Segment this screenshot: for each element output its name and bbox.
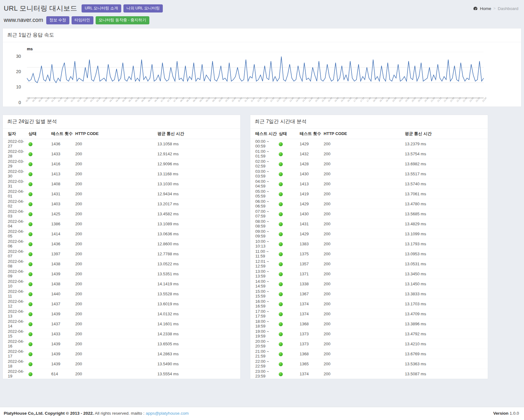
table-row: 2022-04-18143920013.5490 ms [3, 359, 240, 369]
table-row: 2022-03-29141620012.9096 ms [3, 159, 240, 169]
hourly-analysis-table: 테스트 시간상태테스트 횟수HTTP CODE평균 통신 시간00:00 ~ 0… [250, 129, 488, 379]
x-tick-label: 08:40 [192, 101, 196, 104]
cell-status [279, 329, 300, 339]
x-tick-label: 11:20 [244, 101, 248, 104]
cell-status [279, 199, 300, 209]
cell-http-code: 200 [75, 359, 157, 369]
cell-status [28, 279, 51, 289]
column-header: 테스트 횟수 [51, 129, 75, 139]
cell-status [28, 159, 51, 169]
response-speed-chart: ms 0102030 00:0000:2000:4001:0001:2001:4… [3, 42, 521, 107]
cell-avg-time: 14.2338 ms [157, 329, 240, 339]
cell-test-count: 1439 [51, 359, 75, 369]
my-monitoring-button[interactable]: 나의 URL 모니터링 [123, 4, 163, 12]
cell-test-count: 1374 [300, 309, 324, 319]
cell-status [28, 199, 51, 209]
cell-http-code: 200 [324, 159, 405, 169]
top-header: URL 모니터링 대시보드 URL 모니터링 소개 나의 URL 모니터링 Ho… [0, 0, 524, 13]
cell-avg-time: 13.6505 ms [157, 339, 240, 349]
cell-avg-time: 13.1450 ms [405, 279, 488, 289]
cell-avg-time: 13.5754 ms [405, 149, 488, 159]
status-ok-icon [28, 252, 32, 256]
cell-avg-time: 13.4780 ms [405, 199, 488, 209]
table-row: 2022-04-14143720014.1601 ms [3, 319, 240, 329]
table-row: 13:00 ~ 13:59137120013.3450 ms [250, 269, 488, 279]
status-ok-icon [279, 172, 283, 176]
status-ok-icon [279, 332, 283, 336]
cell-http-code: 200 [324, 299, 405, 309]
status-ok-icon [279, 182, 283, 186]
cell-status [28, 219, 51, 229]
edit-info-button[interactable]: 정보 수정 [46, 16, 69, 24]
x-tick-label: 22:20 [456, 101, 460, 104]
table-row: 2022-04-1961420013.5554 ms [3, 369, 240, 379]
table-row: 2022-04-07139720012.7788 ms [3, 249, 240, 259]
chart-x-axis-labels: 00:0000:2000:4001:0001:2001:4002:0002:20… [27, 99, 484, 104]
cell-status [279, 279, 300, 289]
cell-avg-time: 14.1601 ms [157, 319, 240, 329]
cell-date: 2022-04-13 [3, 309, 28, 319]
table-row: 20:00 ~ 20:59137320013.4210 ms [250, 339, 488, 349]
table-row: 2022-03-28143320012.9142 ms [3, 149, 240, 159]
y-tick-label: 20 [16, 69, 21, 74]
x-tick-label: 10:20 [225, 101, 228, 104]
cell-http-code: 200 [75, 229, 157, 239]
cell-http-code: 200 [75, 179, 157, 189]
x-tick-label: 18:20 [379, 101, 383, 104]
cell-test-count: 1425 [51, 209, 75, 219]
cell-status [28, 339, 51, 349]
x-tick-label: 00:00 [25, 101, 29, 104]
table-row: 2022-04-01143120012.9434 ms [3, 189, 240, 199]
cell-avg-time: 12.9096 ms [157, 159, 240, 169]
cell-test-count: 1371 [300, 269, 324, 279]
cell-test-count: 1438 [51, 279, 75, 289]
x-tick-label: 17:20 [360, 101, 363, 104]
footer-email-link[interactable]: apps@platyhouse.com [146, 411, 189, 416]
cell-http-code: 200 [75, 249, 157, 259]
y-tick-label: 30 [16, 54, 21, 59]
cell-test-count: 1416 [51, 159, 75, 169]
cell-test-count: 1414 [51, 229, 75, 239]
breadcrumb-home-link[interactable]: Home [480, 6, 491, 11]
table-row: 12:01 ~ 12:59135720013.0531 ms [250, 259, 488, 269]
cell-http-code: 200 [324, 249, 405, 259]
cell-http-code: 200 [75, 209, 157, 219]
cell-test-count: 1436 [51, 139, 75, 149]
cell-date: 2022-03-27 [3, 139, 28, 149]
cell-test-count: 1437 [51, 299, 75, 309]
cell-date: 2022-04-07 [3, 249, 28, 259]
cell-date: 2022-04-04 [3, 219, 28, 229]
status-ok-icon [28, 222, 32, 226]
cell-avg-time: 13.3450 ms [405, 269, 488, 279]
cell-http-code: 200 [324, 349, 405, 359]
cell-test-count: 1413 [300, 179, 324, 189]
cell-time-range: 18:00 ~ 18:59 [250, 319, 279, 329]
status-ok-icon [28, 142, 32, 146]
table-row: 2022-03-30141320013.1168 ms [3, 169, 240, 179]
timeline-button[interactable]: 타임라인 [72, 16, 93, 24]
cell-time-range: 19:00 ~ 19:59 [250, 329, 279, 339]
cell-status [28, 259, 51, 269]
intro-monitoring-button[interactable]: URL 모니터링 소개 [82, 4, 121, 12]
cell-date: 2022-04-17 [3, 349, 28, 359]
table-row: 16:00 ~ 16:59137420013.1703 ms [250, 299, 488, 309]
table-row: 15:00 ~ 15:59136720013.3833 ms [250, 289, 488, 299]
x-tick-label: 09:00 [199, 101, 202, 104]
cell-time-range: 14:00 ~ 14:59 [250, 279, 279, 289]
cell-http-code: 200 [75, 239, 157, 249]
cell-status [279, 139, 300, 149]
x-tick-label: 23:00 [469, 101, 473, 104]
cell-date: 2022-04-19 [3, 369, 28, 379]
cell-status [28, 319, 51, 329]
cell-time-range: 20:00 ~ 20:59 [250, 339, 279, 349]
x-tick-label: 17:00 [353, 101, 357, 104]
cell-status [279, 259, 300, 269]
cell-avg-time: 13.3896 ms [405, 319, 488, 329]
cell-test-count: 1429 [300, 199, 324, 209]
footer-version-value: 1.0.0 [510, 411, 519, 416]
cell-test-count: 1440 [51, 289, 75, 299]
cell-status [279, 249, 300, 259]
x-tick-label: 18:40 [385, 101, 389, 104]
monitoring-toggle-button[interactable]: 모니터링 동작중 - 중지하기 [96, 16, 149, 24]
cell-http-code: 200 [75, 319, 157, 329]
